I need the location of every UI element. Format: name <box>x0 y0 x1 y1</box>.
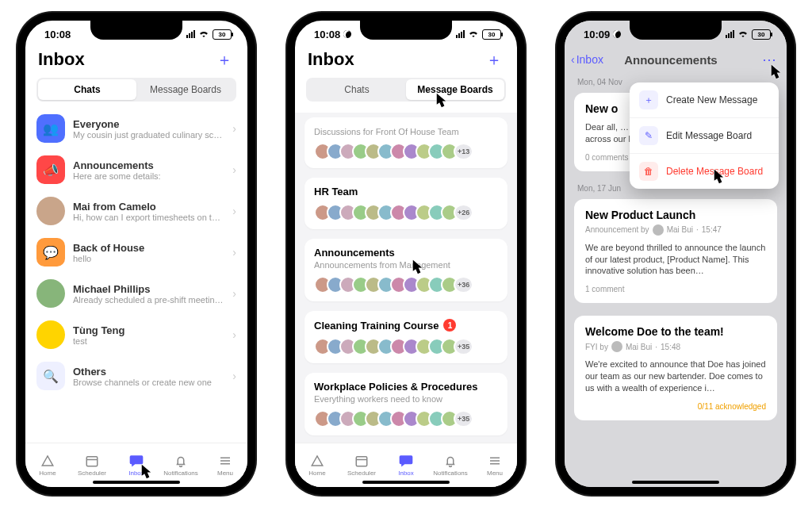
tab-chats[interactable]: Chats <box>38 79 136 100</box>
chat-title: Michael Phillips <box>73 283 224 295</box>
chat-item[interactable]: Michael PhillipsAlready scheduled a pre-… <box>25 273 247 314</box>
members-more-count: +26 <box>454 204 473 221</box>
menu-icon <box>217 454 233 468</box>
chat-title: Others <box>73 366 224 378</box>
avatar <box>36 197 65 225</box>
home-icon <box>309 454 325 468</box>
tab-label: Inbox <box>398 470 414 477</box>
members-more-count: +13 <box>454 143 473 160</box>
chat-item[interactable]: 👥EveryoneMy cousin just graduated culina… <box>25 108 247 149</box>
post-comments: 1 comment <box>585 285 624 293</box>
board-card[interactable]: Cleaning Training Course1+35 <box>304 311 508 363</box>
chat-subtitle: test <box>73 336 224 346</box>
chat-subtitle: My cousin just graduated culinary schoo… <box>73 130 224 140</box>
chat-title: Mai from Camelo <box>73 201 224 213</box>
tab-menu[interactable]: Menu <box>203 443 247 487</box>
tab-menu[interactable]: Menu <box>473 443 517 487</box>
chat-subtitle: Hi, how can I export timesheets on the … <box>73 213 224 222</box>
compose-button[interactable]: ＋ <box>214 49 235 70</box>
more-options-button[interactable]: ⋯ <box>762 51 777 68</box>
battery-icon: 30 <box>213 29 232 40</box>
chat-icon <box>398 454 414 468</box>
phone-message-boards: 10:08 30 Inbox ＋ Chats Message Boards Di… <box>287 13 525 495</box>
post-body: We're excited to announce that Doe has j… <box>585 359 766 394</box>
tab-label: Scheduler <box>78 470 106 477</box>
device-notch <box>360 19 452 40</box>
menu-edit-board[interactable]: ✎ Edit Message Board <box>630 117 779 153</box>
status-time: 10:08 <box>44 29 71 40</box>
post-card[interactable]: Welcome Doe to the team! FYI by Mai Bui … <box>574 316 777 420</box>
members-row: +36 <box>314 276 498 293</box>
chat-item[interactable]: Tùng Tengtest› <box>25 314 247 355</box>
avatar: 🔍 <box>36 362 65 390</box>
menu-create-message[interactable]: ＋ Create New Message <box>630 82 779 117</box>
page-title: Inbox <box>38 49 85 70</box>
calendar-icon <box>354 454 370 468</box>
board-title: Workplace Policies & Procedures <box>314 381 498 393</box>
chat-item[interactable]: 🔍OthersBrowse channels or create new one… <box>25 355 247 397</box>
board-card[interactable]: AnnouncementsAnnouncements from Manageme… <box>304 239 508 301</box>
tab-label: Inbox <box>128 470 144 477</box>
avatar <box>36 279 65 308</box>
status-time: 10:09 <box>584 29 610 40</box>
board-subtitle: Everything workers need to know <box>314 394 498 404</box>
chevron-right-icon: › <box>232 246 236 259</box>
wifi-icon <box>468 29 479 40</box>
tab-home[interactable]: Home <box>295 443 339 487</box>
svg-rect-0 <box>86 457 98 466</box>
board-title: Cleaning Training Course1 <box>314 319 498 332</box>
home-icon <box>40 454 56 468</box>
bell-icon <box>442 454 458 468</box>
page-title: Announcements <box>583 53 759 67</box>
chat-title: Everyone <box>73 118 224 130</box>
chat-item[interactable]: Mai from CameloHi, how can I export time… <box>25 190 247 232</box>
menu-icon <box>487 454 503 468</box>
post-comments: 0 comments <box>585 153 628 162</box>
post-card[interactable]: New Product Launch Announcement by Mai B… <box>574 199 777 304</box>
chat-item[interactable]: 💬Back of Househello› <box>25 232 247 273</box>
members-more-count: +35 <box>454 338 473 355</box>
dnd-moon-icon <box>342 29 353 40</box>
segmented-control: Chats Message Boards <box>36 78 236 102</box>
bell-icon <box>173 454 189 468</box>
trash-icon: 🗑 <box>639 162 658 181</box>
members-more-count: +36 <box>454 276 473 293</box>
chat-list: 👥EveryoneMy cousin just graduated culina… <box>25 108 247 443</box>
board-card[interactable]: HR Team+26 <box>304 178 508 229</box>
tab-label: Home <box>39 470 56 477</box>
menu-delete-board[interactable]: 🗑 Delete Message Board <box>630 153 779 189</box>
avatar: 👥 <box>36 114 65 143</box>
chat-subtitle: Here are some details: <box>73 171 224 181</box>
post-body: We are beyond thrilled to announce the l… <box>585 242 766 278</box>
tab-chats[interactable]: Chats <box>308 79 406 100</box>
post-title: Welcome Doe to the team! <box>585 325 766 338</box>
chat-item[interactable]: 📣AnnouncementsHere are some details:› <box>25 149 247 190</box>
avatar: 📣 <box>36 155 65 184</box>
tab-message-boards[interactable]: Message Boards <box>136 79 235 100</box>
board-title: Announcements <box>314 247 498 259</box>
phone-announcements: 10:09 30 ‹ Inbox Announcements ⋯ ＋ Creat… <box>557 13 795 495</box>
status-time: 10:08 <box>314 29 340 40</box>
board-subtitle: Announcements from Management <box>314 260 498 270</box>
svg-rect-1 <box>356 457 367 466</box>
tab-label: Notifications <box>433 470 468 477</box>
chat-icon <box>128 454 144 468</box>
device-notch <box>630 19 722 40</box>
home-indicator <box>362 481 450 484</box>
tab-message-boards[interactable]: Message Boards <box>406 79 504 100</box>
tab-home[interactable]: Home <box>25 443 70 487</box>
chevron-right-icon: › <box>232 328 236 341</box>
device-notch <box>90 19 182 40</box>
chevron-right-icon: › <box>232 163 236 176</box>
board-card[interactable]: Workplace Policies & ProceduresEverythin… <box>304 373 508 435</box>
board-title: HR Team <box>314 186 498 197</box>
chat-subtitle: hello <box>73 254 224 263</box>
compose-button[interactable]: ＋ <box>484 49 504 70</box>
options-dropdown: ＋ Create New Message ✎ Edit Message Boar… <box>630 82 779 189</box>
battery-icon: 30 <box>752 29 771 40</box>
home-indicator <box>632 481 719 484</box>
chevron-right-icon: › <box>232 122 236 135</box>
menu-label: Delete Message Board <box>666 166 763 177</box>
board-card[interactable]: Discussions for Front Of House Team +13 <box>304 117 508 168</box>
chat-title: Announcements <box>73 159 224 171</box>
